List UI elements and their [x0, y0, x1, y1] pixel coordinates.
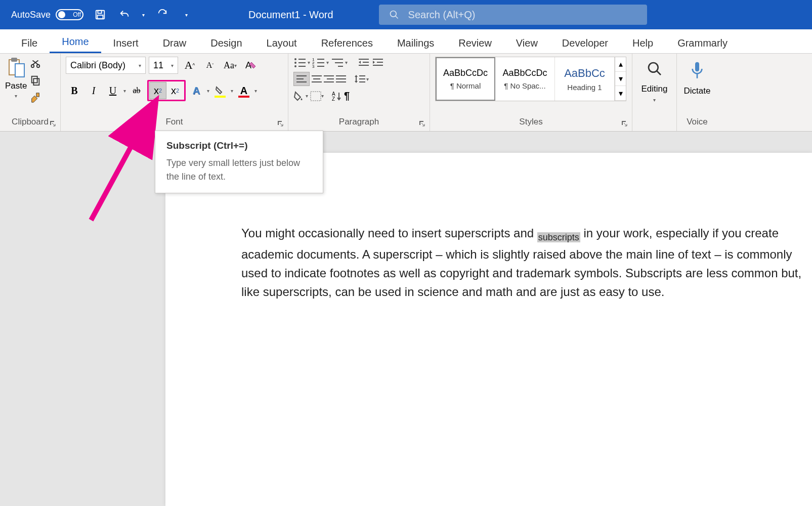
- tab-home[interactable]: Home: [50, 31, 101, 53]
- highlight-color-icon[interactable]: [211, 82, 229, 99]
- bullets-icon[interactable]: ▾: [293, 57, 310, 68]
- styles-group-label: Styles: [435, 117, 627, 129]
- tab-mailings[interactable]: Mailings: [385, 32, 446, 53]
- subscript-button[interactable]: x2: [149, 82, 166, 99]
- numbering-icon[interactable]: 123▾: [312, 57, 329, 68]
- format-painter-icon[interactable]: [30, 92, 41, 103]
- tab-grammarly[interactable]: Grammarly: [665, 32, 740, 53]
- align-left-icon[interactable]: [293, 72, 310, 86]
- tab-design[interactable]: Design: [198, 32, 254, 53]
- paragraph-launcher-icon[interactable]: [418, 120, 425, 127]
- svg-rect-12: [34, 78, 39, 85]
- autosave-control[interactable]: AutoSave Off: [11, 9, 83, 20]
- svg-text:Z: Z: [332, 96, 335, 101]
- redo-icon[interactable]: [156, 8, 169, 21]
- copy-icon[interactable]: [30, 75, 41, 86]
- document-body[interactable]: You might occasionally need to insert su…: [241, 224, 812, 301]
- svg-rect-57: [695, 62, 699, 72]
- tab-help[interactable]: Help: [620, 32, 665, 53]
- font-color-dropdown-icon[interactable]: ▾: [254, 88, 257, 94]
- styles-launcher-icon[interactable]: [621, 120, 628, 127]
- align-center-icon[interactable]: [312, 72, 322, 86]
- tab-view[interactable]: View: [504, 32, 550, 53]
- font-launcher-icon[interactable]: [277, 120, 284, 127]
- font-name-value: Calibri (Body): [70, 60, 125, 71]
- align-right-icon[interactable]: [324, 72, 334, 86]
- tab-draw[interactable]: Draw: [151, 32, 199, 53]
- strikethrough-button[interactable]: ab: [128, 82, 145, 99]
- clear-formatting-icon[interactable]: A: [242, 57, 259, 74]
- show-marks-icon[interactable]: ¶: [344, 90, 350, 102]
- search-input[interactable]: [408, 9, 637, 21]
- paragraph-group-label: Paragraph: [293, 117, 424, 129]
- grow-font-icon[interactable]: A^: [181, 57, 198, 74]
- line-spacing-icon[interactable]: ▾: [354, 72, 369, 86]
- tab-insert[interactable]: Insert: [101, 32, 151, 53]
- decrease-indent-icon[interactable]: [358, 57, 370, 68]
- style-heading1[interactable]: AaBbCc Heading 1: [555, 57, 615, 101]
- text-effects-icon[interactable]: A: [188, 82, 205, 99]
- style-expand-icon[interactable]: ▾: [615, 86, 626, 101]
- svg-rect-13: [32, 76, 37, 83]
- tab-layout[interactable]: Layout: [254, 32, 309, 53]
- italic-button[interactable]: I: [85, 82, 102, 99]
- change-case-icon[interactable]: Aa▾: [222, 57, 239, 74]
- search-box[interactable]: [379, 5, 647, 25]
- style-normal[interactable]: AaBbCcDc ¶ Normal: [436, 57, 495, 101]
- borders-icon[interactable]: ▾: [310, 90, 324, 102]
- document-page[interactable]: You might occasionally need to insert su…: [165, 153, 812, 506]
- highlight-dropdown-icon[interactable]: ▾: [231, 88, 233, 94]
- sort-icon[interactable]: AZ: [332, 90, 342, 102]
- underline-button[interactable]: U: [104, 82, 121, 99]
- svg-point-18: [294, 62, 296, 64]
- doc-subscript-word: subscripts: [537, 232, 580, 242]
- svg-point-16: [294, 58, 296, 60]
- clipboard-launcher-icon[interactable]: [49, 120, 56, 127]
- font-name-combo[interactable]: Calibri (Body)▾: [66, 57, 146, 74]
- justify-icon[interactable]: [336, 72, 346, 86]
- doc-text-pre: You might occasionally need to insert su…: [241, 226, 537, 240]
- shrink-font-icon[interactable]: Aˇ: [201, 57, 219, 74]
- undo-icon[interactable]: [118, 8, 131, 21]
- bold-button[interactable]: B: [66, 82, 83, 99]
- svg-point-9: [37, 65, 40, 68]
- text-effects-dropdown-icon[interactable]: ▾: [207, 88, 209, 94]
- increase-indent-icon[interactable]: [372, 57, 384, 68]
- underline-dropdown-icon[interactable]: ▾: [123, 88, 126, 94]
- cut-icon[interactable]: [30, 58, 41, 69]
- font-size-combo[interactable]: 11▾: [149, 57, 178, 74]
- autosave-toggle[interactable]: Off: [56, 9, 83, 20]
- tab-review[interactable]: Review: [446, 32, 504, 53]
- multilevel-list-icon[interactable]: ▾: [331, 57, 348, 68]
- undo-dropdown-icon[interactable]: ▾: [142, 12, 145, 18]
- document-title: Document1 - Word: [248, 9, 333, 21]
- save-icon[interactable]: [94, 8, 107, 21]
- tab-file[interactable]: File: [9, 32, 50, 53]
- style-scroll-down-icon[interactable]: ▾: [615, 72, 626, 87]
- qat-customize-icon[interactable]: ▾: [185, 12, 188, 18]
- clipboard-group-label: Clipboard: [5, 117, 55, 129]
- dictate-icon[interactable]: [689, 61, 705, 81]
- font-group-label: Font: [66, 117, 283, 129]
- style-scroll-up-icon[interactable]: ▴: [615, 57, 626, 72]
- title-bar: AutoSave Off ▾ ▾ Document1 - Word: [0, 0, 812, 29]
- font-color-icon[interactable]: A: [235, 82, 252, 99]
- tab-references[interactable]: References: [309, 32, 385, 53]
- group-voice: Dictate Voice: [677, 54, 717, 131]
- svg-line-4: [395, 16, 398, 19]
- tooltip-body: Type very small letters just below the l…: [166, 156, 312, 184]
- find-icon[interactable]: [647, 61, 663, 77]
- superscript-button[interactable]: x2: [166, 82, 184, 99]
- paste-dropdown-icon[interactable]: ▾: [15, 93, 17, 99]
- svg-point-55: [649, 63, 658, 72]
- tab-developer[interactable]: Developer: [550, 32, 620, 53]
- paste-label: Paste: [5, 81, 27, 91]
- editing-dropdown-icon[interactable]: ▾: [653, 97, 656, 103]
- group-editing: Editing ▾: [632, 54, 677, 131]
- svg-rect-2: [98, 15, 103, 19]
- tooltip-title: Subscript (Ctrl+=): [166, 140, 312, 151]
- style-no-spacing[interactable]: AaBbCcDc ¶ No Spac...: [495, 57, 555, 101]
- shading-icon[interactable]: ▾: [293, 90, 308, 102]
- paste-button[interactable]: [6, 57, 26, 79]
- ribbon-tabs: File Home Insert Draw Design Layout Refe…: [0, 29, 812, 54]
